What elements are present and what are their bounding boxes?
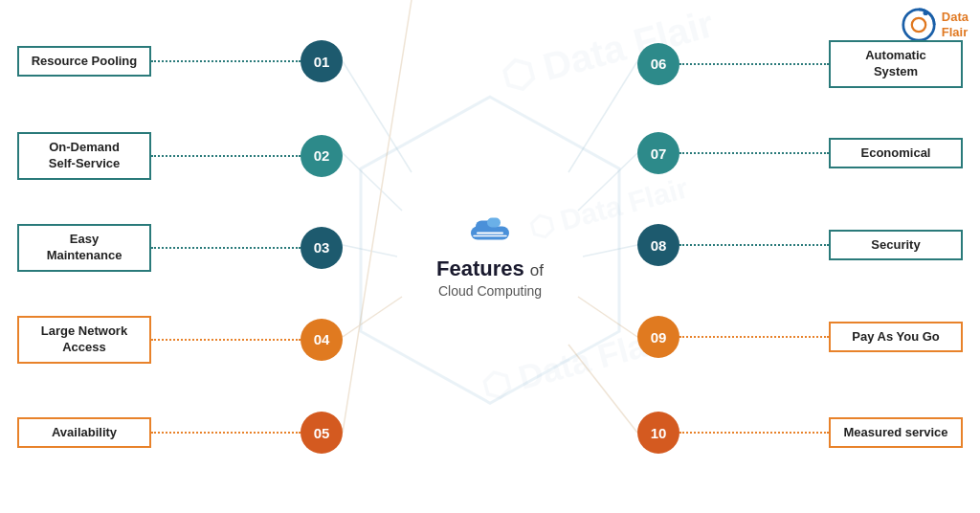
- svg-line-16: [583, 245, 637, 256]
- feature-item-08: 08 Security: [637, 224, 963, 266]
- label-ondemand: On-DemandSelf-Service: [17, 132, 151, 180]
- feature-item-03: Easy Maintenance 03: [17, 224, 343, 272]
- svg-rect-6: [487, 218, 501, 228]
- logo-company: Data: [942, 10, 969, 24]
- dotted-04: [151, 339, 301, 341]
- circle-01: 01: [301, 40, 343, 82]
- svg-line-12: [343, 297, 402, 337]
- label-security: Security: [829, 230, 963, 261]
- features-title: Features of: [436, 256, 544, 281]
- dotted-09: [679, 336, 829, 338]
- label-measured-service: Measured service: [829, 417, 963, 449]
- label-economical: Economical: [829, 138, 963, 169]
- logo: Data Flair: [902, 8, 969, 42]
- feature-item-07: 07 Economical: [637, 132, 963, 174]
- circle-06: 06: [637, 43, 679, 85]
- title-features: Features: [436, 256, 524, 280]
- label-automatic: Automatic System: [829, 40, 963, 88]
- feature-item-10: 10 Measured service: [637, 412, 963, 454]
- logo-text: Data Flair: [942, 10, 969, 39]
- circle-08: 08: [637, 224, 679, 266]
- label-easy-maintenance: Easy Maintenance: [17, 224, 151, 272]
- dotted-07: [679, 152, 829, 154]
- label-availability: Availability: [17, 417, 151, 449]
- dotted-08: [679, 244, 829, 246]
- svg-line-14: [568, 61, 637, 172]
- feature-item-01: Resource Pooling 01: [17, 40, 343, 82]
- feature-item-04: Large NetworkAccess 04: [17, 316, 343, 364]
- feature-item-09: 09 Pay As You Go: [637, 316, 963, 358]
- cloud-icon: [436, 215, 544, 253]
- logo-icon: [902, 8, 936, 42]
- svg-line-9: [343, 61, 412, 172]
- svg-line-10: [343, 153, 402, 211]
- circle-05: 05: [301, 412, 343, 454]
- dotted-06: [679, 63, 829, 65]
- label-resource-pooling: Resource Pooling: [17, 46, 151, 78]
- circle-04: 04: [301, 319, 343, 361]
- title-of: of: [530, 261, 544, 279]
- dotted-01: [151, 60, 301, 62]
- dotted-02: [151, 155, 301, 157]
- center-content: Features of Cloud Computing: [436, 215, 544, 299]
- title-subtitle: Cloud Computing: [436, 283, 544, 299]
- label-pay-as-you-go: Pay As You Go: [829, 322, 963, 353]
- main-container: ⬡ Data Flair ⬡ Data Flair ⬡ Data Flair D…: [0, 0, 980, 513]
- circle-07: 07: [637, 132, 679, 174]
- svg-line-11: [343, 245, 397, 256]
- svg-point-1: [912, 18, 925, 32]
- circle-03: 03: [301, 227, 343, 269]
- circle-10: 10: [637, 412, 679, 454]
- svg-line-15: [578, 153, 637, 211]
- circle-02: 02: [301, 135, 343, 177]
- svg-line-17: [578, 297, 637, 337]
- svg-line-13: [343, 0, 412, 433]
- dotted-05: [151, 432, 301, 434]
- svg-point-2: [923, 11, 927, 15]
- logo-tagline: Flair: [942, 25, 968, 39]
- dotted-03: [151, 247, 301, 249]
- svg-line-18: [568, 345, 637, 433]
- dotted-10: [679, 432, 829, 434]
- feature-item-02: On-DemandSelf-Service 02: [17, 132, 343, 180]
- feature-item-06: 06 Automatic System: [637, 40, 963, 88]
- feature-item-05: Availability 05: [17, 412, 343, 454]
- circle-09: 09: [637, 316, 679, 358]
- label-large-network: Large NetworkAccess: [17, 316, 151, 364]
